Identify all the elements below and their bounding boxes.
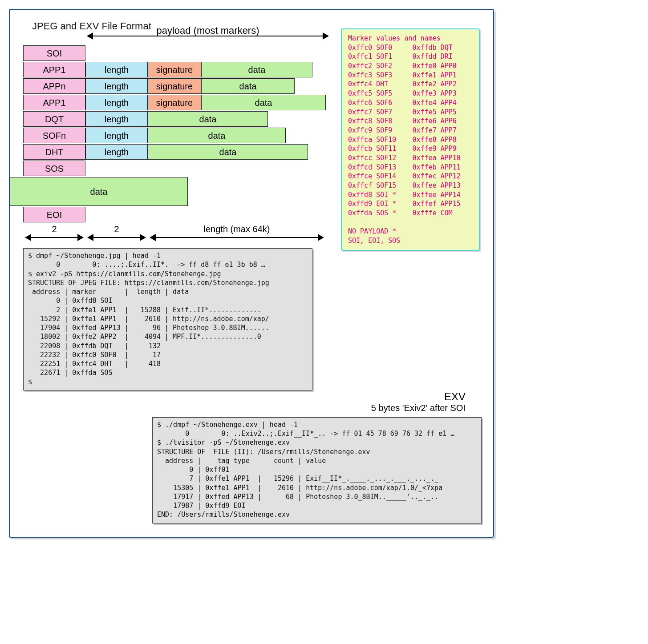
length-cell: length bbox=[85, 144, 148, 160]
length-cell: length bbox=[85, 78, 148, 94]
signature-cell: signature bbox=[148, 95, 201, 110]
marker-table: Marker values and names 0xffc0 SOF0 0xff… bbox=[341, 28, 480, 251]
document-frame: JPEG and EXV File Format payload (most m… bbox=[9, 9, 494, 538]
terminal-exv-dump: $ ./dmpf ~/Stonehenge.exv | head -1 0 0:… bbox=[152, 417, 482, 523]
signature-cell: signature bbox=[148, 62, 201, 77]
marker-cell: SOS bbox=[23, 161, 85, 176]
data-cell: data bbox=[201, 78, 295, 94]
terminal-jpeg-dump: $ dmpf ~/Stonehenge.jpg | head -1 0 0: .… bbox=[23, 248, 312, 390]
diagram-row: APP1lengthsignaturedata bbox=[23, 62, 326, 77]
length-cell: length bbox=[85, 95, 148, 110]
width-arrow: 2 bbox=[23, 224, 85, 238]
diagram-row: SOI bbox=[23, 45, 326, 61]
data-cell: data bbox=[148, 128, 286, 143]
signature-cell: signature bbox=[148, 78, 201, 94]
marker-cell: DHT bbox=[23, 144, 85, 160]
length-cell: length bbox=[85, 128, 148, 143]
marker-cell: EOI bbox=[23, 207, 85, 222]
exv-subheading: 5 bytes 'Exiv2' after SOI bbox=[371, 403, 466, 413]
marker-cell: SOFn bbox=[23, 128, 85, 143]
diagram-row: APPnlengthsignaturedata bbox=[23, 78, 326, 94]
compressed-data-row: data bbox=[10, 177, 326, 206]
layout-diagram: SOIAPP1lengthsignaturedataAPPnlengthsign… bbox=[23, 45, 326, 238]
diagram-row: EOI bbox=[23, 207, 326, 222]
width-arrow: 2 bbox=[85, 224, 148, 238]
marker-cell: APP1 bbox=[23, 95, 85, 110]
length-cell: length bbox=[85, 62, 148, 77]
diagram-row: SOS bbox=[23, 161, 326, 176]
data-cell: data bbox=[201, 95, 326, 110]
exv-heading: EXV bbox=[444, 390, 466, 403]
payload-arrow bbox=[88, 36, 328, 36]
marker-cell: SOI bbox=[23, 45, 85, 61]
width-label: 2 bbox=[23, 224, 85, 234]
marker-cell: APP1 bbox=[23, 62, 85, 77]
diagram-row: DHTlengthdata bbox=[23, 144, 326, 160]
length-cell: length bbox=[85, 111, 148, 127]
diagram-row: DQTlengthdata bbox=[23, 111, 326, 127]
payload-label: payload (most markers) bbox=[88, 25, 328, 36]
data-cell: data bbox=[148, 111, 268, 127]
diagram-area: payload (most markers) SOIAPP1lengthsign… bbox=[23, 38, 480, 247]
marker-cell: DQT bbox=[23, 111, 85, 127]
width-arrow: length (max 64k) bbox=[148, 224, 326, 238]
width-arrows: 22length (max 64k) bbox=[23, 224, 326, 238]
diagram-row: SOFnlengthdata bbox=[23, 128, 326, 143]
data-cell: data bbox=[148, 144, 308, 160]
width-label: length (max 64k) bbox=[148, 224, 326, 234]
data-cell: data bbox=[201, 62, 312, 77]
diagram-row: APP1lengthsignaturedata bbox=[23, 95, 326, 110]
marker-cell: APPn bbox=[23, 78, 85, 94]
width-label: 2 bbox=[85, 224, 148, 234]
compressed-data-cell: data bbox=[10, 177, 188, 206]
